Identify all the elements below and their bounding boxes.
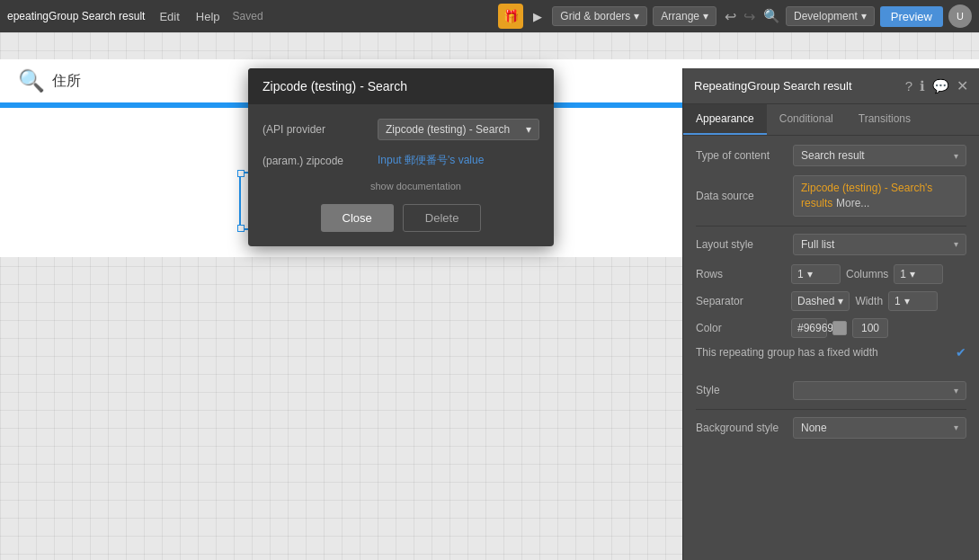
delete-button[interactable]: Delete	[403, 204, 482, 232]
saved-status: Saved	[233, 10, 263, 22]
background-style-label: Background style	[696, 422, 786, 434]
show-docs-link[interactable]: show documentation	[370, 181, 539, 191]
fixed-width-checkmark[interactable]: ✔	[956, 345, 966, 360]
type-of-content-label: Type of content	[696, 149, 786, 162]
rows-cols-row: Rows 1 ▾ Columns 1 ▾	[696, 264, 966, 284]
close-button[interactable]: Close	[321, 204, 394, 232]
type-of-content-select[interactable]: Search result ▾	[793, 145, 966, 166]
width-select[interactable]: 1 ▾	[888, 291, 938, 311]
right-panel: RepeatingGroup Search result ? ℹ 💬 ✕ App…	[682, 68, 979, 560]
tab-transitions[interactable]: Transitions	[846, 104, 923, 135]
panel-tabs: Appearance Conditional Transitions	[683, 104, 979, 136]
gift-icon[interactable]: 🎁	[498, 4, 523, 29]
app-brand: epeatingGroup Search result	[7, 10, 145, 22]
style-label: Style	[696, 384, 786, 396]
cursor-icon[interactable]: ▶	[529, 8, 547, 25]
type-of-content-row: Type of content Search result ▾	[696, 145, 966, 166]
separator-select[interactable]: Dashed ▾	[791, 291, 850, 311]
data-source-row: Data source Zipcode (testing) - Search's…	[696, 175, 966, 217]
rows-select[interactable]: 1 ▾	[791, 264, 841, 284]
api-provider-select[interactable]: Zipcode (testing) - Search ▾	[378, 119, 539, 140]
help-icon[interactable]: ?	[905, 78, 912, 93]
modal-body: (API provider Zipcode (testing) - Search…	[248, 104, 554, 246]
background-style-select[interactable]: None ▾	[793, 417, 966, 439]
canvas: 🔍 住所 住所一覧 Zipcode (testing) - Search (AP…	[0, 32, 979, 560]
fixed-width-row: This repeating group has a fixed width ✔	[696, 345, 966, 360]
undo-redo-group: ↩ ↪	[722, 8, 758, 25]
separator-width-row: Separator Dashed ▾ Width 1 ▾	[696, 291, 966, 311]
api-provider-row: (API provider Zipcode (testing) - Search…	[263, 119, 539, 140]
divider-2	[696, 409, 966, 410]
tab-appearance[interactable]: Appearance	[683, 104, 767, 135]
layout-style-label: Layout style	[696, 238, 786, 251]
undo-button[interactable]: ↩	[722, 8, 739, 25]
rows-label: Rows	[696, 268, 786, 280]
right-panel-icons: ? ℹ 💬 ✕	[905, 77, 968, 94]
color-opacity[interactable]: 100	[852, 318, 888, 338]
style-select[interactable]: ▾	[793, 381, 966, 400]
color-hex-value[interactable]: #969696	[791, 318, 827, 338]
panel-content: Type of content Search result ▾ Data sou…	[683, 136, 979, 556]
comment-icon[interactable]: 💬	[932, 78, 949, 94]
layout-style-select[interactable]: Full list ▾	[793, 234, 966, 255]
search-button[interactable]: 🔍	[763, 8, 780, 24]
help-menu[interactable]: Help	[191, 8, 226, 25]
separator-label: Separator	[696, 295, 786, 307]
modal-title-bar: Zipcode (testing) - Search	[248, 68, 554, 104]
tab-conditional[interactable]: Conditional	[767, 104, 846, 135]
columns-label: Columns	[846, 268, 888, 280]
api-provider-label: (API provider	[263, 123, 370, 136]
grid-borders-dropdown[interactable]: Grid & borders ▾	[552, 6, 647, 26]
section-gap	[696, 369, 966, 381]
dev-dropdown[interactable]: Development ▾	[786, 6, 875, 26]
style-row: Style ▾	[696, 381, 966, 400]
arrange-dropdown[interactable]: Arrange ▾	[653, 6, 716, 26]
background-style-row: Background style None ▾	[696, 417, 966, 439]
divider-1	[696, 226, 966, 227]
preview-button[interactable]: Preview	[880, 6, 943, 27]
right-panel-header: RepeatingGroup Search result ? ℹ 💬 ✕	[683, 68, 979, 104]
param-label: (param.) zipcode	[263, 155, 370, 167]
modal-footer: Close Delete	[263, 204, 539, 232]
info-icon[interactable]: ℹ	[920, 78, 925, 94]
toolbar: epeatingGroup Search result Edit Help Sa…	[0, 0, 979, 32]
layout-style-row: Layout style Full list ▾	[696, 234, 966, 255]
color-label: Color	[696, 322, 786, 334]
data-source-more[interactable]: More...	[836, 197, 869, 209]
data-source-label: Data source	[696, 190, 786, 202]
redo-button[interactable]: ↪	[741, 8, 758, 25]
width-label: Width	[855, 295, 883, 307]
fixed-width-label: This repeating group has a fixed width	[696, 346, 948, 359]
color-row: Color #969696 100	[696, 318, 966, 338]
avatar[interactable]: U	[948, 4, 972, 28]
param-row: (param.) zipcode Input 郵便番号's value	[263, 153, 539, 168]
zipcode-modal: Zipcode (testing) - Search (API provider…	[248, 68, 554, 246]
columns-select[interactable]: 1 ▾	[894, 264, 943, 284]
panel-close-button[interactable]: ✕	[957, 77, 968, 94]
right-panel-title: RepeatingGroup Search result	[694, 79, 905, 93]
param-value-link[interactable]: Input 郵便番号's value	[378, 153, 484, 168]
color-swatch[interactable]	[832, 321, 847, 335]
modal-title: Zipcode (testing) - Search	[263, 79, 407, 93]
edit-menu[interactable]: Edit	[154, 8, 184, 25]
